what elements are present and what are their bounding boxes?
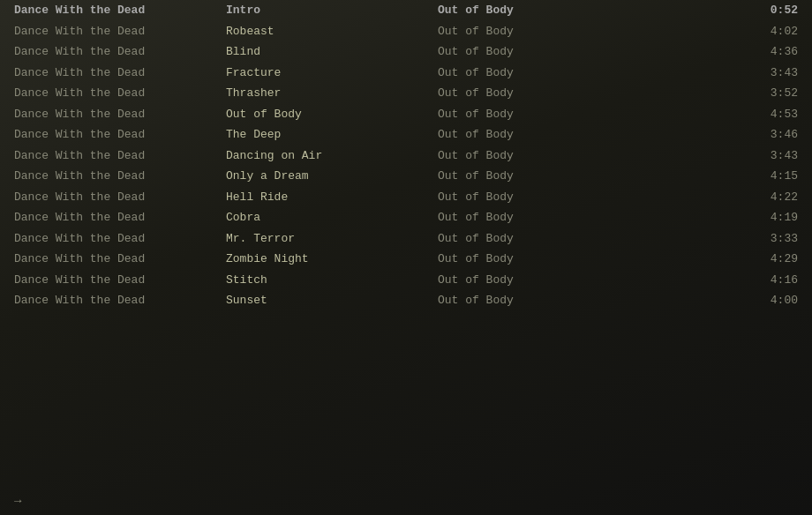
track-title: Zombie Night (226, 250, 438, 268)
track-title: Mr. Terror (226, 230, 438, 248)
track-artist: Dance With the Dead (14, 292, 226, 310)
table-row[interactable]: Dance With the DeadThe DeepOut of Body3:… (0, 124, 812, 146)
track-duration: 4:00 (650, 292, 798, 310)
track-artist: Dance With the Dead (14, 147, 226, 165)
header-artist: Dance With the Dead (14, 2, 226, 19)
track-title: Blind (226, 43, 438, 61)
table-row[interactable]: Dance With the DeadFractureOut of Body3:… (0, 63, 812, 84)
track-album: Out of Body (438, 106, 650, 123)
track-artist: Dance With the Dead (14, 168, 226, 185)
table-row[interactable]: Dance With the DeadMr. TerrorOut of Body… (0, 228, 812, 250)
track-artist: Dance With the Dead (14, 126, 226, 144)
table-row[interactable]: Dance With the DeadZombie NightOut of Bo… (0, 249, 812, 270)
track-album: Out of Body (438, 209, 650, 227)
track-album: Out of Body (438, 230, 650, 248)
track-title: Sunset (226, 292, 438, 310)
track-artist: Dance With the Dead (14, 64, 226, 82)
track-duration: 3:46 (650, 126, 798, 144)
track-duration: 4:53 (650, 106, 798, 123)
track-duration: 4:02 (650, 23, 798, 41)
track-title: Thrasher (226, 85, 438, 102)
track-album: Out of Body (438, 23, 650, 41)
track-title: Dancing on Air (226, 147, 438, 165)
track-duration: 3:43 (650, 64, 798, 82)
track-artist: Dance With the Dead (14, 85, 226, 102)
table-row[interactable]: Dance With the DeadHell RideOut of Body4… (0, 187, 812, 208)
track-artist: Dance With the Dead (14, 43, 226, 61)
track-title: Hell Ride (226, 189, 438, 206)
bottom-arrow: → (14, 494, 21, 508)
track-artist: Dance With the Dead (14, 250, 226, 268)
header-album: Out of Body (438, 2, 650, 19)
track-duration: 4:15 (650, 168, 798, 185)
track-album: Out of Body (438, 272, 650, 289)
table-row[interactable]: Dance With the DeadDancing on AirOut of … (0, 146, 812, 167)
track-title: Fracture (226, 64, 438, 82)
table-row[interactable]: Dance With the DeadSunsetOut of Body4:00 (0, 290, 812, 311)
track-duration: 3:33 (650, 230, 798, 248)
track-album: Out of Body (438, 147, 650, 165)
track-duration: 4:29 (650, 250, 798, 268)
track-title: Out of Body (226, 106, 438, 123)
track-artist: Dance With the Dead (14, 23, 226, 41)
track-artist: Dance With the Dead (14, 106, 226, 123)
track-list-header: Dance With the Dead Intro Out of Body 0:… (0, 0, 812, 21)
track-title: Robeast (226, 23, 438, 41)
track-album: Out of Body (438, 126, 650, 144)
track-album: Out of Body (438, 85, 650, 102)
track-artist: Dance With the Dead (14, 209, 226, 227)
track-duration: 4:19 (650, 209, 798, 227)
track-duration: 4:16 (650, 272, 798, 289)
table-row[interactable]: Dance With the DeadRobeastOut of Body4:0… (0, 21, 812, 42)
header-duration: 0:52 (650, 2, 798, 19)
table-row[interactable]: Dance With the DeadOnly a DreamOut of Bo… (0, 166, 812, 187)
track-duration: 3:43 (650, 147, 798, 165)
table-row[interactable]: Dance With the DeadThrasherOut of Body3:… (0, 83, 812, 104)
track-artist: Dance With the Dead (14, 189, 226, 206)
track-duration: 3:52 (650, 85, 798, 102)
table-row[interactable]: Dance With the DeadOut of BodyOut of Bod… (0, 104, 812, 125)
track-title: The Deep (226, 126, 438, 144)
table-row[interactable]: Dance With the DeadCobraOut of Body4:19 (0, 207, 812, 228)
track-title: Cobra (226, 209, 438, 227)
track-artist: Dance With the Dead (14, 230, 226, 248)
track-duration: 4:36 (650, 43, 798, 61)
track-album: Out of Body (438, 168, 650, 185)
track-album: Out of Body (438, 292, 650, 310)
table-row[interactable]: Dance With the DeadBlindOut of Body4:36 (0, 41, 812, 63)
header-track: Intro (226, 2, 438, 19)
track-album: Out of Body (438, 64, 650, 82)
track-album: Out of Body (438, 250, 650, 268)
track-album: Out of Body (438, 43, 650, 61)
track-artist: Dance With the Dead (14, 272, 226, 289)
track-list: Dance With the Dead Intro Out of Body 0:… (0, 0, 812, 311)
track-title: Only a Dream (226, 168, 438, 185)
table-row[interactable]: Dance With the DeadStitchOut of Body4:16 (0, 270, 812, 291)
track-album: Out of Body (438, 189, 650, 206)
track-title: Stitch (226, 272, 438, 289)
track-duration: 4:22 (650, 189, 798, 206)
